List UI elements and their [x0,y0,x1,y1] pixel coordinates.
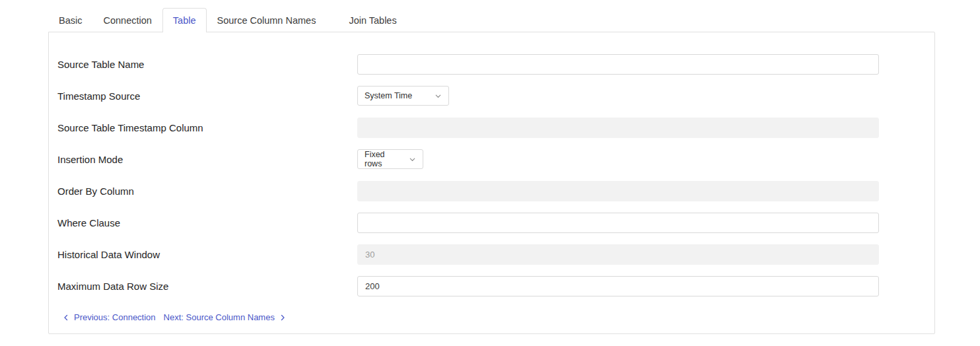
timestamp-source-select[interactable]: System Time [357,86,449,106]
form-row-timestamp-source: Timestamp Source System Time [49,80,934,112]
chevron-right-icon [279,314,287,322]
form-row-order-by-column: Order By Column [49,175,934,207]
chevron-down-icon [435,92,442,100]
source-table-timestamp-column-input [357,118,879,138]
order-by-column-input [357,181,879,201]
tab-source-column-names[interactable]: Source Column Names [207,8,327,32]
maximum-data-row-size-label: Maximum Data Row Size [57,281,357,292]
maximum-data-row-size-input[interactable] [357,276,879,296]
wizard-footer-nav: Previous: Connection Next: Source Column… [62,312,934,322]
historical-data-window-label: Historical Data Window [57,249,357,260]
form-row-source-table-timestamp-column: Source Table Timestamp Column [49,112,934,143]
tab-basic[interactable]: Basic [48,8,92,32]
table-settings-form: Source Table Name Timestamp Source Syste… [49,32,934,322]
historical-data-window-input [357,244,879,265]
table-tab-panel: Source Table Name Timestamp Source Syste… [48,32,935,334]
tab-bar: Basic Connection Table Source Column Nam… [48,8,407,32]
form-row-historical-data-window: Historical Data Window [49,238,934,270]
where-clause-label: Where Clause [57,217,357,228]
next-step-link[interactable]: Next: Source Column Names [164,312,287,322]
page: Basic Connection Table Source Column Nam… [0,0,980,346]
form-row-source-table-name: Source Table Name [49,48,934,80]
source-table-name-input[interactable] [357,54,879,75]
tab-connection[interactable]: Connection [92,8,162,32]
tab-join-tables[interactable]: Join Tables [338,8,407,32]
form-row-maximum-data-row-size: Maximum Data Row Size [49,270,934,302]
previous-step-link[interactable]: Previous: Connection [62,312,156,322]
tab-table[interactable]: Table [162,8,207,32]
timestamp-source-label: Timestamp Source [57,90,357,102]
previous-step-label: Previous: Connection [74,312,156,322]
form-row-where-clause: Where Clause [49,207,934,238]
timestamp-source-selected-value: System Time [365,91,412,100]
chevron-down-icon [409,156,416,163]
order-by-column-label: Order By Column [57,186,357,197]
next-step-label: Next: Source Column Names [164,312,275,322]
source-table-name-label: Source Table Name [57,59,357,70]
where-clause-input[interactable] [357,213,879,233]
insertion-mode-selected-value: Fixed rows [365,150,400,168]
insertion-mode-label: Insertion Mode [57,154,357,165]
source-table-timestamp-column-label: Source Table Timestamp Column [57,122,357,133]
form-row-insertion-mode: Insertion Mode Fixed rows [49,143,934,175]
chevron-left-icon [62,314,70,322]
insertion-mode-select[interactable]: Fixed rows [357,149,423,169]
